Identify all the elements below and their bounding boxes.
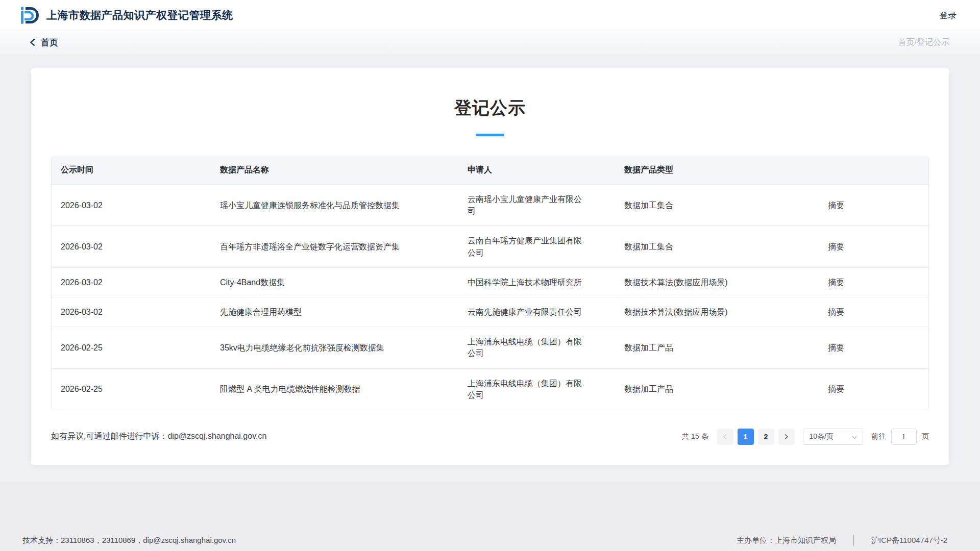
cell-applicant: 云南百年瑶方健康产业集团有限公司 (458, 226, 615, 267)
cell-product-type: 数据技术算法(数据应用场景) (615, 297, 819, 327)
chevron-left-icon (722, 434, 728, 440)
digest-link[interactable]: 摘要 (828, 242, 844, 251)
goto-page-input[interactable] (891, 429, 917, 445)
cell-product-type: 数据加工集合 (615, 185, 819, 226)
publicity-table: 公示时间 数据产品名称 申请人 数据产品类型 2026-03-02 瑶小宝儿童健… (51, 156, 929, 410)
cell-publicity-time: 2026-03-02 (52, 185, 211, 226)
digest-link[interactable]: 摘要 (828, 385, 844, 393)
column-header-applicant: 申请人 (458, 156, 615, 185)
breadcrumb-path: 首页/登记公示 (898, 37, 949, 48)
cell-action: 摘要 (819, 267, 928, 297)
digest-link[interactable]: 摘要 (828, 308, 844, 316)
cell-product-name: 阻燃型 A 类电力电缆燃烧性能检测数据 (211, 368, 458, 410)
app-logo[interactable]: 上海市数据产品知识产权登记管理系统 (19, 5, 233, 26)
cell-publicity-time: 2026-03-02 (52, 267, 211, 297)
cell-action: 摘要 (819, 327, 928, 368)
chevron-left-icon (29, 38, 36, 46)
breadcrumb-bar: 首页 首页/登记公示 (0, 31, 980, 54)
cell-product-type: 数据加工产品 (615, 368, 819, 410)
prev-page-button[interactable] (717, 429, 733, 445)
cell-product-type: 数据加工集合 (615, 226, 819, 267)
cell-action: 摘要 (819, 368, 928, 410)
goto-page-suffix: 页 (922, 432, 929, 441)
cell-applicant: 云南瑶小宝儿童健康产业有限公司 (458, 185, 615, 226)
cell-product-name: 瑶小宝儿童健康连锁服务标准化与品质管控数据集 (211, 185, 458, 226)
cell-action: 摘要 (819, 297, 928, 327)
footer-support-info: 技术支持：23110863，23110869，dip@zscqj.shangha… (22, 536, 236, 545)
table-row: 2026-03-02 先施健康合理用药模型 云南先施健康产业有限责任公司 数据技… (52, 297, 928, 327)
chevron-down-icon (851, 434, 857, 440)
footer-icp-number: 沪ICP备11004747号-2 (871, 536, 947, 545)
cell-applicant: 云南先施健康产业有限责任公司 (458, 297, 615, 327)
pagination-total: 共 15 条 (681, 432, 708, 441)
main-area: 登记公示 公示时间 数据产品名称 申请人 数据产品类型 2026-03-02 瑶… (0, 54, 980, 482)
app-title: 上海市数据产品知识产权登记管理系统 (46, 8, 233, 22)
site-footer: 技术支持：23110863，23110869，dip@zscqj.shangha… (0, 482, 980, 551)
table-row: 2026-03-02 瑶小宝儿童健康连锁服务标准化与品质管控数据集 云南瑶小宝儿… (52, 185, 928, 226)
digest-link[interactable]: 摘要 (828, 343, 844, 352)
digest-link[interactable]: 摘要 (828, 201, 844, 210)
column-header-action (819, 156, 928, 185)
column-header-publicity-time: 公示时间 (52, 156, 211, 185)
table-row: 2026-03-02 百年瑶方非遗瑶浴全产业链数字化运营数据资产集 云南百年瑶方… (52, 226, 928, 267)
cell-product-name: 百年瑶方非遗瑶浴全产业链数字化运营数据资产集 (211, 226, 458, 267)
digest-link[interactable]: 摘要 (828, 278, 844, 287)
cell-action: 摘要 (819, 185, 928, 226)
page-title: 登记公示 (51, 96, 929, 120)
cell-publicity-time: 2026-03-02 (52, 297, 211, 327)
back-to-home-label: 首页 (41, 37, 58, 48)
card-bottom-bar: 如有异议,可通过邮件进行申诉：dip@zscqj.shanghai.gov.cn… (51, 429, 929, 445)
chevron-right-icon (783, 434, 789, 440)
login-link[interactable]: 登录 (939, 10, 957, 21)
back-to-home-button[interactable]: 首页 (29, 37, 58, 48)
goto-page-label: 前往 (871, 432, 886, 441)
footer-organizer: 主办单位：上海市知识产权局 (737, 536, 836, 545)
app-logo-icon (19, 5, 40, 26)
footer-divider (853, 535, 854, 546)
page-button-1[interactable]: 1 (738, 429, 754, 445)
pagination: 共 15 条 1 2 10条/页 (681, 429, 929, 445)
app-header: 上海市数据产品知识产权登记管理系统 登录 (0, 0, 980, 31)
cell-product-name: 35kv电力电缆绝缘老化前抗张强度检测数据集 (211, 327, 458, 368)
cell-publicity-time: 2026-02-25 (52, 368, 211, 410)
cell-applicant: 上海浦东电线电缆（集团）有限公司 (458, 368, 615, 410)
cell-publicity-time: 2026-03-02 (52, 226, 211, 267)
next-page-button[interactable] (778, 429, 795, 445)
cell-action: 摘要 (819, 226, 928, 267)
cell-applicant: 中国科学院上海技术物理研究所 (458, 267, 615, 297)
table-header-row: 公示时间 数据产品名称 申请人 数据产品类型 (52, 156, 928, 185)
table-row: 2026-02-25 35kv电力电缆绝缘老化前抗张强度检测数据集 上海浦东电线… (52, 327, 928, 368)
table-row: 2026-03-02 City-4Band数据集 中国科学院上海技术物理研究所 … (52, 267, 928, 297)
publicity-card: 登记公示 公示时间 数据产品名称 申请人 数据产品类型 2026-03-02 瑶… (31, 68, 949, 465)
cell-product-type: 数据技术算法(数据应用场景) (615, 267, 819, 297)
column-header-product-type: 数据产品类型 (615, 156, 819, 185)
table-row: 2026-02-25 阻燃型 A 类电力电缆燃烧性能检测数据 上海浦东电线电缆（… (52, 368, 928, 410)
cell-product-name: 先施健康合理用药模型 (211, 297, 458, 327)
title-accent-bar (476, 134, 504, 136)
cell-product-type: 数据加工产品 (615, 327, 819, 368)
cell-applicant: 上海浦东电线电缆（集团）有限公司 (458, 327, 615, 368)
page-size-value: 10条/页 (810, 432, 834, 441)
page-button-2[interactable]: 2 (758, 429, 774, 445)
cell-publicity-time: 2026-02-25 (52, 327, 211, 368)
appeal-note: 如有异议,可通过邮件进行申诉：dip@zscqj.shanghai.gov.cn (51, 431, 266, 442)
cell-product-name: City-4Band数据集 (211, 267, 458, 297)
page-size-select[interactable]: 10条/页 (803, 429, 863, 445)
column-header-product-name: 数据产品名称 (211, 156, 458, 185)
